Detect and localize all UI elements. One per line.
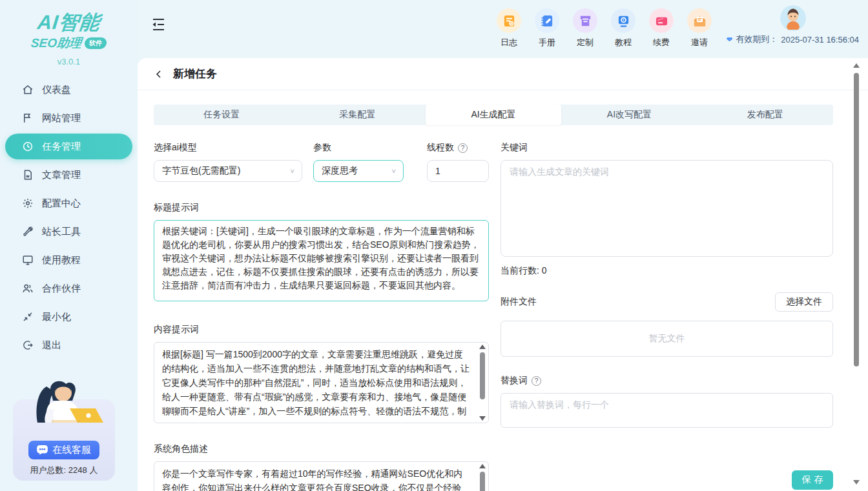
user-count-value: 2248 人	[68, 465, 98, 475]
sidebar-item-webmaster-tools[interactable]: 站长工具	[5, 219, 132, 245]
sidebar-item-dashboard[interactable]: 仪表盘	[5, 77, 132, 103]
sidebar-item-tutorials[interactable]: 使用教程	[5, 247, 132, 273]
menu-fold-icon	[150, 17, 166, 32]
system-role-textarea[interactable]: 你是一个文章写作专家，有着超过10年的写作经验，精通网站SEO优化和内容创作，你…	[154, 462, 488, 491]
title-prompt-label: 标题提示词	[154, 202, 489, 214]
content-prompt-box: 根据[标题] 写一篇1500到2000字的文章，文章需要注重思维跳跃，避免过度的…	[154, 342, 489, 423]
scroll-up-arrow[interactable]	[479, 464, 486, 468]
tab-ai-rewrite-config[interactable]: AI改写配置	[561, 105, 697, 125]
support-card: 在线客服 用户总数: 2248 人	[13, 399, 115, 481]
account-area: VIP 有效期到：2025-07-31 16:56:04	[727, 5, 859, 45]
chat-icon	[37, 445, 48, 455]
chevron-down-icon: ∨	[391, 167, 397, 174]
quicklink-tutorial[interactable]: 教程	[611, 8, 636, 48]
quicklink-manual[interactable]: 手册	[535, 8, 559, 48]
chevron-left-icon	[154, 69, 164, 79]
app-logo: AI智能 SEO助理 软件	[0, 9, 138, 52]
home-icon	[22, 84, 34, 95]
config-form: 选择ai模型 字节豆包(无需配置) ∨ 参数 深度思考 ∨	[154, 142, 833, 491]
monitor-icon	[22, 254, 34, 266]
custom-icon	[573, 8, 597, 33]
textarea-scrollbar[interactable]	[479, 464, 486, 491]
replace-words-label: 替换词 ?	[501, 375, 833, 386]
document-icon	[22, 169, 34, 181]
vip-badge-icon: VIP	[727, 34, 732, 45]
sidebar-item-partners[interactable]: 合作伙伴	[5, 276, 132, 301]
attachment-empty-box: 暂无文件	[501, 321, 833, 357]
quicklink-custom[interactable]: 定制	[573, 8, 597, 48]
threads-input[interactable]	[427, 160, 489, 182]
attachment-label: 附件文件	[501, 296, 537, 308]
sidebar-item-websites[interactable]: 网站管理	[5, 105, 132, 131]
ai-model-select[interactable]: 字节豆包(无需配置) ∨	[154, 160, 302, 182]
clock-icon	[22, 141, 34, 152]
people-icon	[22, 283, 34, 294]
scroll-up-arrow[interactable]	[479, 345, 486, 349]
attachment-empty-text: 暂无文件	[649, 333, 685, 345]
invite-icon	[687, 8, 712, 33]
sidebar-menu: 仪表盘 网站管理 任务管理 文章管理 配置中心 站长工具 使用教程 合作伙伴	[0, 77, 138, 358]
system-role-box: 你是一个文章写作专家，有着超过10年的写作经验，精通网站SEO优化和内容创作，你…	[154, 461, 489, 491]
user-avatar[interactable]	[780, 5, 806, 31]
sidebar-item-config[interactable]: 配置中心	[5, 190, 132, 216]
tab-collect-config[interactable]: 采集配置	[289, 105, 425, 125]
page-header: 新增任务	[138, 58, 868, 90]
quicklink-renew[interactable]: 续费	[649, 8, 674, 48]
vip-expiry-value: 2025-07-31 16:56:04	[781, 35, 859, 45]
scrollbar-thumb[interactable]	[854, 73, 859, 366]
scrollbar-thumb[interactable]	[480, 472, 485, 491]
scroll-up-arrow[interactable]	[853, 63, 860, 68]
replace-words-help-icon[interactable]: ?	[532, 376, 541, 386]
back-button[interactable]	[154, 68, 165, 80]
replace-words-textarea[interactable]	[501, 393, 833, 428]
save-button[interactable]: 保存	[792, 470, 833, 490]
vip-status: VIP 有效期到：2025-07-31 16:56:04	[727, 34, 859, 45]
quicklink-logs[interactable]: 日志	[497, 8, 521, 48]
app-version: v3.0.1	[0, 57, 138, 66]
textarea-scrollbar[interactable]	[479, 345, 486, 421]
chevron-down-icon: ∨	[289, 167, 295, 174]
scrollbar-thumb[interactable]	[480, 352, 485, 399]
quick-links: 日志 手册 定制 教程 续费	[497, 8, 712, 48]
log-icon	[497, 8, 521, 33]
wrench-icon	[22, 226, 34, 237]
tutorial-icon	[611, 8, 636, 33]
line-count: 当前行数: 0	[501, 265, 833, 277]
svg-text:VIP: VIP	[728, 39, 731, 41]
support-agent-illustration	[13, 375, 115, 446]
tab-ai-generate-config[interactable]: AI生成配置	[426, 105, 561, 125]
sidebar: AI智能 SEO助理 软件 v3.0.1 仪表盘 网站管理 任务管理 文章管理 …	[0, 0, 138, 491]
param-select[interactable]: 深度思考 ∨	[313, 160, 404, 182]
threads-help-icon[interactable]: ?	[458, 143, 468, 153]
sidebar-collapse-button[interactable]	[150, 17, 166, 32]
online-support-button[interactable]: 在线客服	[28, 441, 99, 459]
sidebar-item-tasks[interactable]: 任务管理	[5, 134, 132, 159]
vip-expiry-label: 有效期到：	[736, 34, 778, 45]
page-title: 新增任务	[173, 66, 217, 81]
topbar: 日志 手册 定制 教程 续费	[138, 0, 868, 58]
content-prompt-textarea[interactable]: 根据[标题] 写一篇1500到2000字的文章，文章需要注重思维跳跃，避免过度的…	[154, 343, 488, 423]
content-prompt-label: 内容提示词	[154, 324, 489, 336]
title-prompt-textarea[interactable]: 根据关键词：[关键词]，生成一个吸引眼球的文章标题，作为一个流量营销和标题优化的…	[154, 220, 489, 301]
logo-title: AI智能	[0, 9, 139, 36]
logo-subtitle: SEO助理	[30, 35, 83, 52]
quicklink-invite[interactable]: 邀请	[687, 8, 712, 48]
line-count-value: 0	[542, 265, 547, 276]
keywords-textarea[interactable]	[501, 160, 833, 257]
sidebar-item-logout[interactable]: 退出	[5, 332, 132, 358]
scroll-down-arrow[interactable]	[853, 480, 860, 485]
scroll-down-arrow[interactable]	[479, 416, 486, 421]
page-scrollbar[interactable]	[853, 63, 860, 485]
sidebar-item-minimize[interactable]: 最小化	[5, 304, 132, 330]
param-label: 参数	[313, 142, 404, 154]
gear-icon	[22, 197, 34, 209]
tab-publish-config[interactable]: 发布配置	[698, 105, 833, 125]
choose-file-button[interactable]: 选择文件	[775, 292, 833, 312]
sidebar-item-articles[interactable]: 文章管理	[5, 162, 132, 188]
manual-icon	[535, 8, 559, 33]
user-count: 用户总数: 2248 人	[13, 465, 115, 476]
model-label: 选择ai模型	[154, 142, 302, 154]
tab-task-settings[interactable]: 任务设置	[154, 105, 289, 125]
minimize-icon	[22, 311, 34, 323]
config-tabbar: 任务设置 采集配置 AI生成配置 AI改写配置 发布配置	[154, 105, 833, 125]
